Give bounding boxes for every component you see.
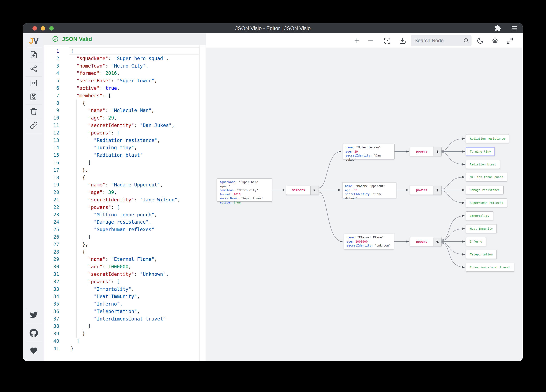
fit-width-icon: [30, 79, 38, 87]
code-line[interactable]: 25 "Superhuman reflexes": [44, 226, 199, 234]
save-button[interactable]: [23, 91, 44, 103]
graph-leaf-node[interactable]: Radiation resistance: [466, 134, 509, 143]
graph-leaf-node[interactable]: Million tonne punch: [466, 173, 507, 182]
graph-node-root[interactable]: squadName: "Super hero squad" homeTown: …: [217, 178, 272, 202]
code-line[interactable]: 22 "powers": [: [44, 204, 199, 211]
settings-button[interactable]: [490, 36, 500, 45]
collapse-icon: [436, 240, 439, 244]
delete-button[interactable]: [23, 106, 44, 117]
code-line[interactable]: 18 {: [44, 174, 199, 182]
graph-node-member-1[interactable]: name: "Molecule Man" age: 29 secretIdent…: [343, 144, 395, 159]
share-link-button[interactable]: [23, 120, 44, 131]
collapse-node-button[interactable]: [433, 237, 441, 246]
code-line[interactable]: 2 "squadName": "Super hero squad",: [44, 55, 199, 62]
graph-leaf-node[interactable]: Immortality: [466, 211, 493, 220]
code-line[interactable]: 9 "name": "Molecule Man",: [44, 107, 199, 114]
search-node-input[interactable]: [411, 35, 464, 46]
gear-icon: [492, 37, 499, 44]
code-line[interactable]: 7 "members": [: [44, 92, 199, 100]
graph-leaf-node[interactable]: Inferno: [466, 237, 486, 246]
github-button[interactable]: [23, 327, 44, 339]
browser-menu-icon[interactable]: [512, 25, 518, 32]
plus-icon: [353, 37, 360, 44]
code-line[interactable]: 19 "name": "Madame Uppercut",: [44, 181, 199, 189]
fullscreen-button[interactable]: [505, 36, 514, 45]
share-graph-button[interactable]: [23, 63, 44, 75]
download-image-button[interactable]: [398, 36, 407, 45]
code-line[interactable]: 38 ]: [44, 322, 199, 330]
collapse-node-button[interactable]: [433, 186, 441, 195]
code-line[interactable]: 29 "name": "Eternal Flame",: [44, 256, 199, 263]
graph-leaf-node[interactable]: Heat Immunity: [466, 224, 497, 233]
center-focus-button[interactable]: [383, 36, 392, 45]
share-graph-icon: [30, 65, 38, 73]
graph-leaf-node[interactable]: Radiation blast: [466, 160, 500, 169]
graph-node-powers-1[interactable]: powers: [410, 147, 442, 156]
code-line[interactable]: 5 "secretBase": "Super tower",: [44, 77, 199, 85]
graph-leaf-node-highlighted[interactable]: Turning tiny: [466, 147, 495, 156]
code-line[interactable]: 31 "secretIdentity": "Unknown",: [44, 271, 199, 278]
code-line[interactable]: 8 {: [44, 100, 199, 107]
code-line[interactable]: 39 }: [44, 330, 199, 338]
graph-leaf-node[interactable]: Superhuman reflexes: [466, 198, 507, 207]
code-line[interactable]: 1{: [44, 47, 199, 55]
code-line[interactable]: 32 "powers": [: [44, 278, 199, 285]
graph-toolbar: [206, 33, 523, 48]
graph-node-members[interactable]: members: [286, 186, 319, 195]
twitter-button[interactable]: [23, 309, 44, 321]
code-line[interactable]: 35 "Inferno",: [44, 300, 199, 308]
minus-icon: [367, 37, 374, 44]
graph-canvas[interactable]: squadName: "Super hero squad" homeTown: …: [206, 48, 523, 361]
zoom-out-button[interactable]: [366, 36, 375, 45]
code-line[interactable]: 24 "Damage resistance",: [44, 218, 199, 226]
graph-leaf-node[interactable]: Damage resistance: [466, 186, 504, 194]
code-line[interactable]: 28 {: [44, 248, 199, 256]
zoom-in-button[interactable]: [352, 36, 361, 45]
graph-node-member-2[interactable]: name: "Madame Uppercut" age: 39 secretId…: [342, 182, 396, 198]
graph-node-powers-2[interactable]: powers: [410, 186, 442, 195]
sponsor-button[interactable]: [23, 345, 44, 356]
scrollbar-track[interactable]: [199, 45, 200, 361]
graph-leaf-node[interactable]: Interdimensional travel: [466, 263, 514, 272]
code-line[interactable]: 14 "Turning tiny",: [44, 144, 199, 152]
code-line[interactable]: 41}: [44, 345, 199, 353]
code-editor[interactable]: 1{2 "squadName": "Super hero squad",3 "h…: [44, 45, 206, 361]
dark-mode-toggle[interactable]: [476, 36, 485, 45]
code-line[interactable]: 6 "active": true,: [44, 85, 199, 92]
fit-width-button[interactable]: [23, 77, 44, 89]
code-line[interactable]: 16 ]: [44, 159, 199, 166]
code-line[interactable]: 10 "age": 29,: [44, 114, 199, 122]
code-line[interactable]: 13 "Radiation resistance",: [44, 137, 199, 144]
code-line[interactable]: 21 "secretIdentity": "Jane Wilson",: [44, 196, 199, 204]
code-line[interactable]: 4 "formed": 2016,: [44, 70, 199, 77]
graph-node-member-3[interactable]: name: "Eternal Flame" age: 1000000 secre…: [344, 234, 394, 249]
code-line[interactable]: 15 "Radiation blast": [44, 152, 199, 159]
download-icon: [399, 37, 406, 44]
code-line[interactable]: 3 "homeTown": "Metro City",: [44, 62, 199, 70]
app-logo[interactable]: JV: [23, 36, 44, 45]
code-line[interactable]: 20 "age": 39,: [44, 189, 199, 196]
code-line[interactable]: 37 "Interdimensional travel": [44, 315, 199, 323]
collapse-node-button[interactable]: [433, 147, 441, 156]
new-document-button[interactable]: [23, 49, 44, 61]
code-line[interactable]: 17 },: [44, 166, 199, 174]
code-line[interactable]: 23 "Million tonne punch",: [44, 211, 199, 219]
extensions-puzzle-icon[interactable]: [494, 25, 501, 32]
code-line[interactable]: 34 "Heat Immunity",: [44, 293, 199, 300]
collapse-icon: [436, 188, 439, 192]
file-plus-icon: [30, 51, 38, 59]
code-line[interactable]: 11 "secretIdentity": "Dan Jukes",: [44, 122, 199, 129]
code-line[interactable]: 12 "powers": [: [44, 129, 199, 137]
collapse-node-button[interactable]: [311, 186, 318, 195]
code-line[interactable]: 26 ]: [44, 234, 199, 241]
code-line[interactable]: 33 "Immortality",: [44, 285, 199, 293]
app-window: JSON Visio - Editor | JSON Visio JV: [23, 23, 523, 361]
code-line[interactable]: 36 "Teleportation",: [44, 308, 199, 315]
graph-leaf-node[interactable]: Teleportation: [466, 250, 497, 259]
search-icon[interactable]: [463, 38, 469, 44]
code-line[interactable]: 30 "age": 1000000,: [44, 263, 199, 271]
code-line[interactable]: 27 },: [44, 241, 199, 248]
moon-icon: [477, 37, 484, 44]
graph-node-powers-3[interactable]: powers: [410, 237, 442, 246]
code-line[interactable]: 40 ]: [44, 338, 199, 345]
